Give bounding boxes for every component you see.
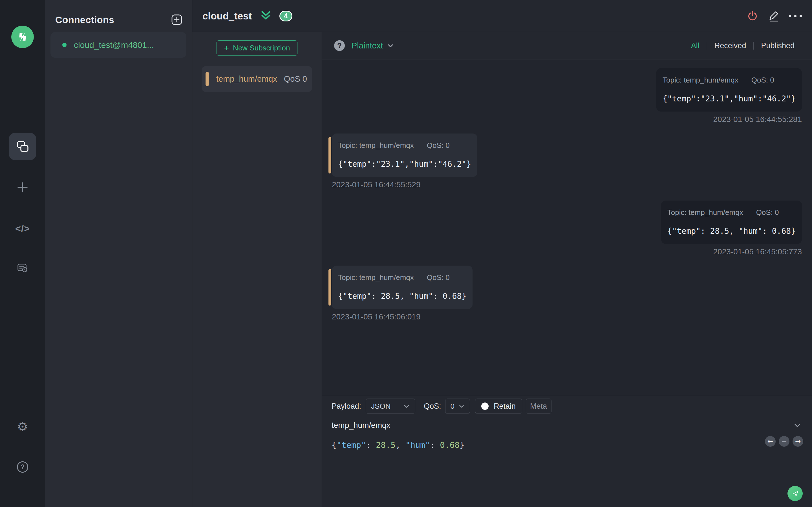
qos-value: 0 xyxy=(451,402,455,411)
message-accent-bar xyxy=(328,269,331,305)
filter-received[interactable]: Received xyxy=(707,41,754,50)
subscription-topic: temp_hum/emqx xyxy=(216,74,277,83)
help-icon: ? xyxy=(20,463,25,471)
message-format-value: Plaintext xyxy=(352,41,383,50)
message-payload: {"temp": 28.5, "hum": 0.68} xyxy=(338,291,466,301)
collapse-double-chevron-icon[interactable] xyxy=(260,10,272,22)
connections-title: Connections xyxy=(55,14,114,25)
settings-gear-icon: ⚙ xyxy=(17,420,28,433)
plus-icon xyxy=(16,181,29,193)
nav-new-connection-button[interactable] xyxy=(16,181,29,193)
editor-token: , xyxy=(396,440,405,450)
qos-select[interactable]: 0 xyxy=(445,399,470,414)
new-subscription-label: New Subscription xyxy=(233,44,290,52)
plus-icon: + xyxy=(224,45,229,52)
code-icon: </> xyxy=(15,223,30,234)
retain-label: Retain xyxy=(494,402,516,411)
power-icon xyxy=(746,10,759,22)
connection-name: cloud_test@m4801... xyxy=(74,40,154,50)
pencil-icon xyxy=(767,10,780,22)
meta-label: Meta xyxy=(530,402,547,411)
message-topic: Topic: temp_hum/emqx xyxy=(663,76,739,84)
mqttx-logo-glyph xyxy=(15,30,30,44)
editor-token: 0.68 xyxy=(440,440,460,450)
message-bubble[interactable]: Topic: temp_hum/emqx QoS: 0 {"temp":"23.… xyxy=(332,133,477,177)
subscriptions-column: + New Subscription temp_hum/emqx QoS 0 xyxy=(192,32,322,507)
new-subscription-button[interactable]: + New Subscription xyxy=(216,40,297,56)
payload-format-select[interactable]: JSON xyxy=(366,399,415,414)
paper-plane-icon xyxy=(790,489,800,498)
editor-token: "temp" xyxy=(336,440,366,450)
message-payload: {"temp": 28.5, "hum": 0.68} xyxy=(667,226,796,236)
message-topic: Topic: temp_hum/emqx xyxy=(667,208,743,217)
message-list[interactable]: Topic: temp_hum/emqx QoS: 0 {"temp":"23.… xyxy=(322,59,812,396)
disconnect-button[interactable] xyxy=(746,10,759,22)
add-connection-button[interactable] xyxy=(171,14,183,25)
chevron-down-icon xyxy=(403,403,410,409)
connection-title: cloud_test xyxy=(202,10,252,22)
connections-header: Connections xyxy=(45,0,192,25)
message-qos: QoS: 0 xyxy=(751,76,774,84)
subscription-item[interactable]: temp_hum/emqx QoS 0 xyxy=(202,66,312,92)
editor-token: : xyxy=(366,440,376,450)
retain-toggle[interactable]: Retain xyxy=(475,399,522,414)
message-accent-bar xyxy=(328,137,331,173)
left-rail: </> ⚙ ? xyxy=(0,0,45,507)
connection-list-item[interactable]: cloud_test@m4801... xyxy=(50,32,186,58)
subscription-qos: QoS 0 xyxy=(284,74,307,83)
filter-all[interactable]: All xyxy=(684,41,707,50)
message-published: Topic: temp_hum/emqx QoS: 0 {"temp": 28.… xyxy=(328,201,802,256)
mqttx-app: </> ⚙ ? Connections xyxy=(0,0,812,507)
history-next-button[interactable]: → xyxy=(793,436,803,447)
nav-help-button[interactable]: ? xyxy=(17,461,28,473)
message-timestamp: 2023-01-05 16:44:55:281 xyxy=(713,115,802,124)
log-icon xyxy=(16,262,29,274)
history-prev-button[interactable]: ← xyxy=(765,436,776,447)
ellipsis-icon xyxy=(789,15,802,17)
chevron-down-icon xyxy=(387,42,394,49)
message-timestamp: 2023-01-05 16:44:55:529 xyxy=(328,180,421,189)
retain-indicator-dot xyxy=(481,402,489,410)
arrow-right-icon: → xyxy=(795,438,801,445)
message-filters: All Received Published xyxy=(684,41,802,50)
nav-script-button[interactable]: </> xyxy=(13,222,32,235)
message-topic: Topic: temp_hum/emqx xyxy=(338,273,414,282)
chevron-down-icon xyxy=(458,403,465,409)
filter-published[interactable]: Published xyxy=(754,41,802,50)
payload-format-help-icon[interactable]: ? xyxy=(334,40,345,51)
message-timestamp: 2023-01-05 16:45:06:019 xyxy=(328,313,421,321)
mqttx-logo xyxy=(11,25,34,48)
publish-options-row: Payload: JSON QoS: 0 xyxy=(332,399,802,414)
subscription-color-bar xyxy=(206,72,209,86)
message-topic: Topic: temp_hum/emqx xyxy=(338,141,414,150)
messages-pane: ? Plaintext All Received Published xyxy=(322,32,812,507)
connection-status-dot xyxy=(62,43,66,47)
arrow-left-icon: ← xyxy=(767,438,773,445)
payload-history-nav: ← − → xyxy=(765,436,803,447)
qos-label: QoS: xyxy=(424,402,441,411)
message-bubble[interactable]: Topic: temp_hum/emqx QoS: 0 {"temp": 28.… xyxy=(661,201,802,244)
edit-connection-button[interactable] xyxy=(767,10,780,22)
message-qos: QoS: 0 xyxy=(756,208,779,217)
message-bubble[interactable]: Topic: temp_hum/emqx QoS: 0 {"temp":"23.… xyxy=(656,68,802,112)
message-qos: QoS: 0 xyxy=(427,141,450,150)
history-indicator-button[interactable]: − xyxy=(779,436,790,447)
question-glyph: ? xyxy=(337,41,342,50)
send-button[interactable] xyxy=(788,486,803,501)
nav-log-button[interactable] xyxy=(16,262,29,274)
editor-token: : xyxy=(430,440,440,450)
payload-label: Payload: xyxy=(332,402,361,411)
editor-token: 28.5 xyxy=(376,440,396,450)
payload-editor[interactable]: {"temp": 28.5, "hum": 0.68} xyxy=(332,440,802,450)
nav-connections-button[interactable] xyxy=(9,133,36,160)
publish-topic-input[interactable]: temp_hum/emqx xyxy=(332,421,391,430)
message-bubble[interactable]: Topic: temp_hum/emqx QoS: 0 {"temp": 28.… xyxy=(332,266,472,309)
message-format-select[interactable]: Plaintext xyxy=(352,41,394,50)
message-qos: QoS: 0 xyxy=(427,273,450,282)
nav-settings-button[interactable]: ⚙ xyxy=(16,420,29,433)
editor-token: { xyxy=(332,440,336,450)
collapse-editor-chevron-icon[interactable] xyxy=(794,421,801,429)
more-options-button[interactable] xyxy=(789,10,802,22)
header-actions xyxy=(746,10,802,22)
meta-button[interactable]: Meta xyxy=(526,399,552,414)
